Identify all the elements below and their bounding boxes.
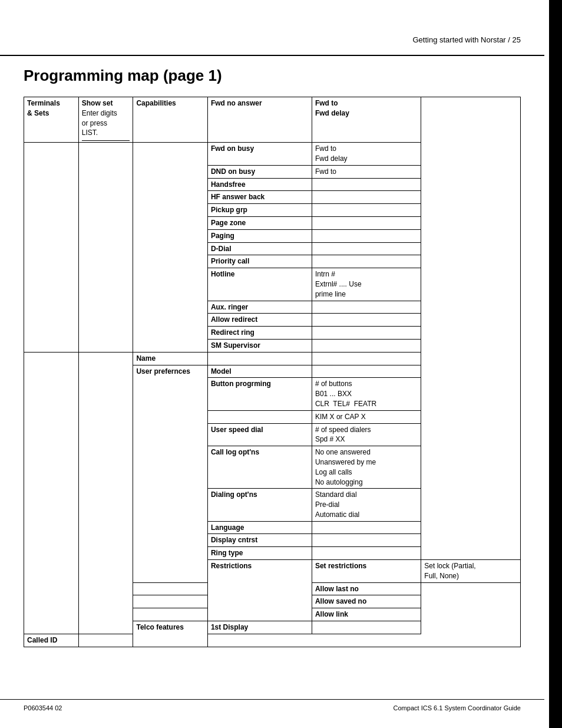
cell-cap-name: Name xyxy=(133,352,207,365)
cell-fwdto: # of buttonsB01 ... BXXCLR TEL# FEATR xyxy=(312,378,421,410)
cell-sub: Call log opt'ns xyxy=(207,446,312,489)
cell-fwdto: Fwd toFwd delay xyxy=(312,143,421,166)
cell-fwdto-allow-last: Allow last no xyxy=(312,582,421,595)
cell-terminals xyxy=(24,143,79,353)
right-sidebar-bar xyxy=(549,0,562,728)
cell-fwdto xyxy=(312,204,421,217)
cell-showset xyxy=(78,143,133,353)
cell-fwdto xyxy=(312,365,421,378)
cell-cap-telco: Telco features xyxy=(133,621,207,647)
main-content: Terminals& Sets Show set Enter digitsor … xyxy=(0,91,544,659)
cell-fwdto xyxy=(312,521,421,534)
col-fwdnoanswer-header: Fwd no answer xyxy=(207,97,312,143)
cell-fwdto: Fwd to xyxy=(312,165,421,178)
cell-sub: Set restrictions xyxy=(312,560,421,583)
page-container: Getting started with Norstar / 25 Progra… xyxy=(0,0,562,728)
programming-table: Terminals& Sets Show set Enter digitsor … xyxy=(24,97,521,647)
cell-sub: Fwd on busy xyxy=(207,143,312,166)
cell-fwdto: KIM X or CAP X xyxy=(312,410,421,423)
cell-fwdto xyxy=(312,216,421,229)
cell-sub: Redirect ring xyxy=(207,327,312,340)
cell-sub: Handsfree xyxy=(207,178,312,191)
cell-sub xyxy=(133,608,207,621)
cell-fwdto xyxy=(312,327,421,340)
cell-sub: Priority call xyxy=(207,255,312,268)
cell-fwdto-allow-link: Allow link xyxy=(312,608,421,621)
cell-sub: Pickup grp xyxy=(207,204,312,217)
cell-sub xyxy=(133,582,207,595)
cell-sub: HF answer back xyxy=(207,191,312,204)
cell-sub: SM Supervisor xyxy=(207,339,312,352)
cell-fwdto xyxy=(312,547,421,560)
cell-terminals xyxy=(24,352,79,634)
table-row: Called ID xyxy=(24,634,521,647)
cell-fwdto: No one answeredUnanswered by meLog all c… xyxy=(312,446,421,489)
col-showset-header: Show set Enter digitsor pressLIST. xyxy=(78,97,133,143)
page-title: Programming map (page 1) xyxy=(24,67,521,85)
cell-sub: Dialing opt'ns xyxy=(207,489,312,521)
page-title-area: Programming map (page 1) xyxy=(0,56,544,91)
cell-sub: Allow redirect xyxy=(207,314,312,327)
cell-fwdto xyxy=(312,255,421,268)
cell-sub-called-id: Called ID xyxy=(24,634,79,647)
footer-right: Compact ICS 6.1 System Coordinator Guide xyxy=(394,704,521,711)
col-fwdto-header: Fwd toFwd delay xyxy=(312,97,421,143)
footer-area: P0603544 02 Compact ICS 6.1 System Coord… xyxy=(0,699,544,716)
cell-fwdto xyxy=(78,634,133,647)
cell-sub: D-Dial xyxy=(207,242,312,255)
cell-sub xyxy=(207,410,312,423)
cell-fwdto-allow-saved: Allow saved no xyxy=(312,595,421,608)
cell-sub: Hotline xyxy=(207,268,312,301)
table-header-row: Terminals& Sets Show set Enter digitsor … xyxy=(24,97,521,143)
footer-left: P0603544 02 xyxy=(24,704,62,711)
cell-sub xyxy=(207,352,312,365)
cell-sub xyxy=(133,595,207,608)
cell-fwdto xyxy=(312,229,421,242)
table-row: Fwd on busy Fwd toFwd delay xyxy=(24,143,521,166)
cell-sub: Model xyxy=(207,365,312,378)
cell-fwdto xyxy=(312,339,421,352)
cell-fwdto xyxy=(312,621,421,634)
cell-sub: Page zone xyxy=(207,216,312,229)
cell-fwdto xyxy=(312,534,421,547)
cell-fwdto: Intrn #Extrnl# .... Useprime line xyxy=(312,268,421,301)
cell-sub: User speed dial xyxy=(207,423,312,446)
cell-fwdto: Standard dialPre-dialAutomatic dial xyxy=(312,489,421,521)
cell-fwdto: Set lock (Partial,Full, None) xyxy=(421,560,521,583)
col-capabilities-header: Capabilities xyxy=(133,97,207,143)
cell-fwdto xyxy=(312,301,421,314)
cell-sub: DND on busy xyxy=(207,165,312,178)
cell-cap-restrictions: Restrictions xyxy=(207,560,312,621)
cell-fwdto xyxy=(312,191,421,204)
cell-sub: Display cntrst xyxy=(207,534,312,547)
cell-fwdto xyxy=(312,314,421,327)
cell-sub: Ring type xyxy=(207,547,312,560)
cell-sub: Paging xyxy=(207,229,312,242)
cell-fwdto: # of speed dialersSpd # XX xyxy=(312,423,421,446)
cell-showset xyxy=(78,352,133,634)
header-area: Getting started with Norstar / 25 xyxy=(0,0,544,56)
cell-sub-1st-display: 1st Display xyxy=(207,621,312,634)
table-row: Name xyxy=(24,352,521,365)
cell-sub: Language xyxy=(207,521,312,534)
col-terminals-header: Terminals& Sets xyxy=(24,97,79,143)
cell-sub: Button progrming xyxy=(207,378,312,410)
cell-fwdto xyxy=(312,178,421,191)
cell-fwdto xyxy=(312,352,421,365)
header-title: Getting started with Norstar / 25 xyxy=(24,35,521,44)
cell-cap-userpref: User prefernces xyxy=(133,365,207,582)
cell-cap xyxy=(133,143,207,353)
cell-sub: Aux. ringer xyxy=(207,301,312,314)
cell-fwdto xyxy=(312,242,421,255)
